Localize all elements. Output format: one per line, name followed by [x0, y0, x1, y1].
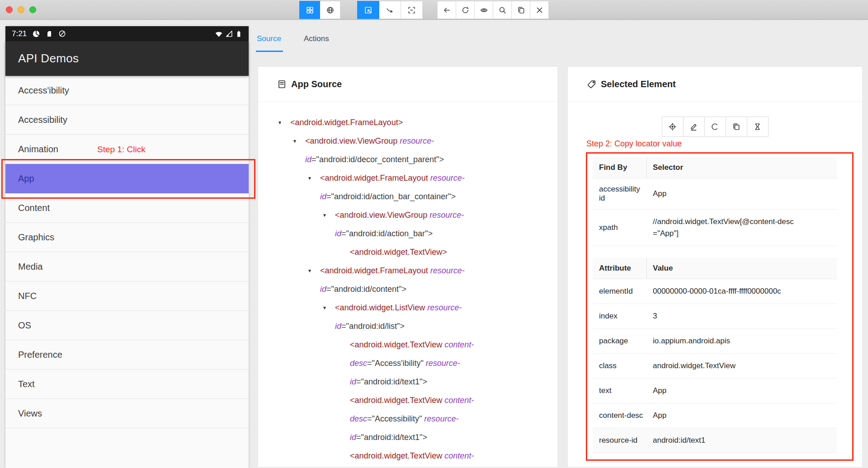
expand-arrow-icon[interactable]: ▼: [322, 299, 327, 317]
app-title: API Demos: [18, 51, 79, 66]
list-item-preference[interactable]: Preference: [5, 340, 249, 370]
swipe-toolbar-button[interactable]: [379, 1, 401, 19]
clear-element-button[interactable]: [704, 117, 726, 137]
find-by-row-header: Find BySelector: [593, 157, 837, 178]
attribute-row-value: io.appium.android.apis: [646, 329, 837, 353]
find-by-table: Find BySelectoraccessibility idAppxpath/…: [593, 157, 837, 246]
list-item-nfc[interactable]: NFC: [5, 281, 249, 311]
list-item-accessibility[interactable]: Accessibility: [5, 105, 249, 135]
wifi-icon: [215, 30, 223, 38]
hourglass-element-button[interactable]: [747, 117, 769, 137]
back-toolbar-button[interactable]: [437, 1, 456, 19]
column-header: Attribute: [593, 258, 646, 279]
attribute-row-value: App: [646, 379, 837, 403]
locate-icon: [669, 123, 676, 131]
source-tree: ▼<android.widget.FrameLayout>▼<android.v…: [258, 102, 557, 468]
select-element-icon: [364, 6, 372, 14]
list-item-media[interactable]: Media: [5, 252, 249, 281]
selected-element-title: Selected Element: [601, 79, 676, 89]
source-tree-line[interactable]: id="android:id/text1">: [278, 373, 549, 391]
list-item-access-ibility[interactable]: Access'ibility: [5, 76, 249, 105]
zoom-window-button[interactable]: [29, 6, 36, 13]
refresh-toolbar-button[interactable]: [456, 1, 475, 19]
scan-icon: [408, 6, 415, 14]
device-screen-mirror[interactable]: 7:21 API Demos Access'ibilityAccessibili…: [5, 26, 249, 468]
attribute-row-value: 3: [646, 304, 837, 328]
source-tree-line[interactable]: id="android:id/action_bar">: [278, 225, 549, 243]
source-tree-line[interactable]: ▼<android.view.ViewGroup resource-: [278, 132, 549, 150]
find-by-row: xpath//android.widget.TextView[@content-…: [593, 210, 837, 246]
attribute-row-key: elementId: [593, 281, 646, 302]
source-tree-line[interactable]: ▼<android.widget.FrameLayout resource-: [278, 262, 549, 280]
scan-toolbar-button[interactable]: [401, 1, 423, 19]
xml-tag: <android.view.ViewGroup: [305, 136, 397, 145]
source-tree-line[interactable]: id="android:id/text1">: [278, 428, 549, 447]
source-tree-line[interactable]: desc="Accessibility" resource-: [278, 410, 549, 428]
close-icon: [536, 6, 543, 14]
attribute-row: elementId00000000-0000-01ca-ffff-ffff000…: [593, 279, 837, 304]
attribute-row-value: android.widget.TextView: [646, 354, 837, 378]
appium-inspector-window: 7:21 API Demos Access'ibilityAccessibili…: [0, 0, 868, 468]
xml-plain: ="Accessibility": [367, 414, 424, 423]
copy-element-button[interactable]: [726, 117, 747, 137]
source-tree-line[interactable]: id="android:id/decor_content_parent">: [278, 150, 549, 169]
source-tree-line[interactable]: ▼<android.view.ViewGroup resource-: [278, 206, 549, 225]
list-item-views[interactable]: Views: [5, 399, 249, 428]
eye-toolbar-button[interactable]: [474, 1, 493, 19]
column-header: Find By: [593, 157, 646, 178]
close-toolbar-button[interactable]: [530, 1, 549, 19]
attribute-row: resource-idandroid:id/text1: [593, 428, 837, 453]
xml-attr: id: [305, 155, 311, 164]
xml-attr: resource-: [430, 266, 465, 275]
expand-arrow-icon[interactable]: ▼: [307, 169, 312, 187]
locate-element-button[interactable]: [662, 117, 684, 137]
source-tree-line[interactable]: ▼<android.widget.FrameLayout>: [278, 113, 549, 132]
source-tree-line[interactable]: id="android:id/content">: [278, 280, 549, 299]
source-tree-line[interactable]: id="android:id/action_bar_container">: [278, 187, 549, 206]
xml-tag: <android.widget.FrameLayout: [320, 173, 428, 183]
grid-toolbar-button[interactable]: [299, 1, 320, 19]
attribute-row-value: App: [646, 403, 837, 428]
clear-icon: [711, 123, 719, 131]
attribute-row: packageio.appium.android.apis: [593, 329, 837, 354]
source-tree-line[interactable]: <android.widget.TextView content-: [278, 391, 549, 410]
source-tree-line[interactable]: ▼<android.widget.ListView resource-: [278, 299, 549, 317]
source-tree-line[interactable]: <android.widget.TextView content-: [278, 336, 549, 354]
close-window-button[interactable]: [6, 6, 13, 13]
list-item-content[interactable]: Content: [5, 193, 249, 223]
source-tree-line[interactable]: <android.widget.TextView>: [278, 243, 549, 262]
source-tree-line[interactable]: desc="Animation" resource-: [278, 465, 549, 468]
list-item-graphics[interactable]: Graphics: [5, 223, 249, 252]
source-tree-line[interactable]: desc="Access'ibility" resource-: [278, 354, 549, 373]
copy-icon: [517, 6, 525, 14]
source-tree-line[interactable]: id="android:id/list">: [278, 317, 549, 336]
expand-arrow-icon[interactable]: ▼: [322, 206, 327, 225]
back-icon: [443, 6, 451, 14]
android-app-bar: API Demos: [5, 41, 249, 76]
attribute-row-key: index: [593, 305, 646, 327]
expand-arrow-icon[interactable]: ▼: [278, 113, 282, 132]
globe-toolbar-button[interactable]: [320, 1, 340, 19]
edit-element-button[interactable]: [683, 117, 705, 137]
sdcard-icon: [46, 30, 53, 37]
copy-toolbar-button[interactable]: [511, 1, 530, 19]
xml-tag: <android.widget.FrameLayout>: [290, 118, 403, 127]
select-element-toolbar-button[interactable]: [357, 1, 379, 19]
list-item-os[interactable]: OS: [5, 311, 249, 340]
source-tree-line[interactable]: ▼<android.widget.FrameLayout resource-: [278, 169, 549, 187]
xml-plain: ="android:id/decor_content_parent">: [311, 155, 444, 164]
tab-actions[interactable]: Actions: [304, 34, 329, 43]
list-item-app[interactable]: App: [5, 164, 249, 193]
expand-arrow-icon[interactable]: ▼: [292, 132, 297, 150]
toolbar-group-interaction-mode: [357, 1, 423, 19]
list-item-text[interactable]: Text: [5, 370, 249, 399]
tab-source[interactable]: Source: [257, 34, 281, 43]
attribute-row-value: 00000000-0000-01ca-ffff-ffff0000000c: [646, 279, 837, 304]
source-tree-line[interactable]: <android.widget.TextView content-: [278, 447, 549, 465]
xml-tag: <android.widget.ListView: [335, 303, 425, 312]
window-titlebar: [0, 0, 868, 20]
expand-arrow-icon[interactable]: ▼: [307, 262, 312, 280]
battery-icon: [235, 30, 242, 37]
search-toolbar-button[interactable]: [493, 1, 512, 19]
minimize-window-button[interactable]: [18, 6, 24, 13]
